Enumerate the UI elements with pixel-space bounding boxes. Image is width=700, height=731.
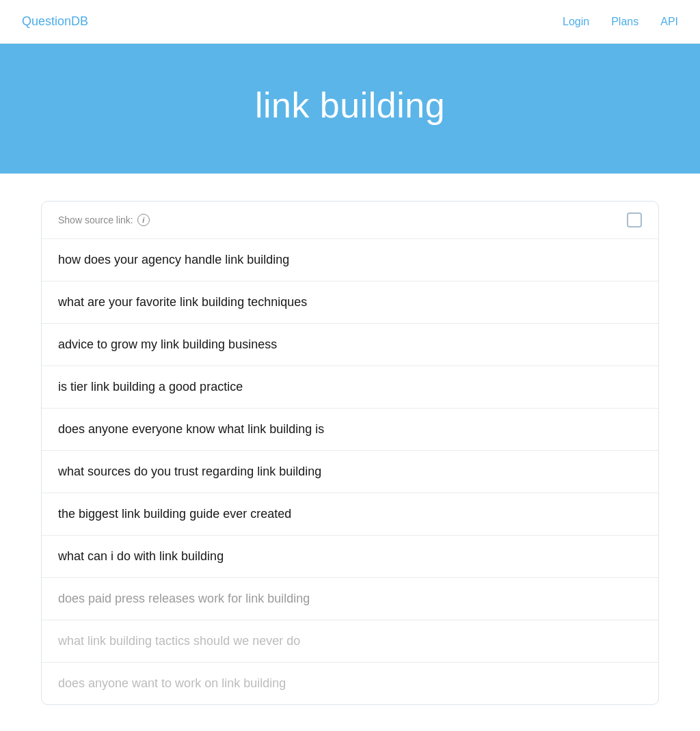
main-content: Show source link: i how does your agency… bbox=[0, 174, 700, 731]
nav-api[interactable]: API bbox=[660, 16, 678, 28]
hero-section: link building bbox=[0, 44, 700, 174]
source-link-row: Show source link: i bbox=[42, 202, 658, 239]
info-icon[interactable]: i bbox=[137, 214, 150, 226]
question-row[interactable]: the biggest link building guide ever cre… bbox=[42, 493, 658, 536]
question-row[interactable]: does anyone everyone know what link buil… bbox=[42, 409, 658, 451]
question-row[interactable]: what are your favorite link building tec… bbox=[42, 281, 658, 324]
source-link-checkbox[interactable] bbox=[627, 212, 642, 227]
question-row[interactable]: does anyone want to work on link buildin… bbox=[42, 663, 658, 704]
nav-links: Login Plans API bbox=[563, 16, 678, 28]
questions-list: how does your agency handle link buildin… bbox=[42, 239, 658, 704]
results-card: Show source link: i how does your agency… bbox=[41, 201, 659, 705]
source-link-text: Show source link: bbox=[58, 215, 133, 225]
question-row[interactable]: what sources do you trust regarding link… bbox=[42, 451, 658, 493]
question-row[interactable]: advice to grow my link building business bbox=[42, 324, 658, 366]
question-row[interactable]: is tier link building a good practice bbox=[42, 366, 658, 409]
brand-logo[interactable]: QuestionDB bbox=[22, 14, 88, 29]
nav-plans[interactable]: Plans bbox=[611, 16, 638, 28]
source-link-label: Show source link: i bbox=[58, 214, 150, 226]
nav-login[interactable]: Login bbox=[563, 16, 589, 28]
question-row[interactable]: how does your agency handle link buildin… bbox=[42, 239, 658, 281]
navbar: QuestionDB Login Plans API bbox=[0, 0, 700, 44]
question-row[interactable]: what can i do with link building bbox=[42, 536, 658, 578]
question-row[interactable]: does paid press releases work for link b… bbox=[42, 578, 658, 620]
hero-title: link building bbox=[255, 85, 445, 126]
question-row[interactable]: what link building tactics should we nev… bbox=[42, 620, 658, 663]
